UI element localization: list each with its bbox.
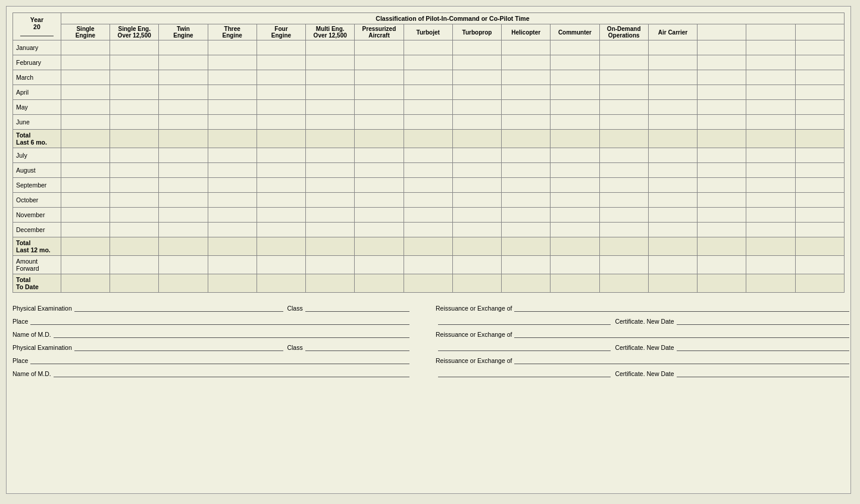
cell-15-helicopter[interactable] bbox=[502, 274, 551, 293]
cell-10-four_engine[interactable] bbox=[257, 193, 305, 208]
cell-2-blank2[interactable] bbox=[746, 70, 795, 85]
cell-3-air_carrier[interactable] bbox=[648, 85, 697, 100]
cell-10-air_carrier[interactable] bbox=[648, 193, 697, 208]
cell-8-communter[interactable] bbox=[551, 163, 599, 178]
cell-2-twin_engine[interactable] bbox=[159, 70, 208, 85]
cell-12-pressurized[interactable] bbox=[355, 223, 404, 237]
cell-6-on_demand[interactable] bbox=[599, 130, 648, 148]
cell-15-three_engine[interactable] bbox=[208, 274, 257, 293]
cell-12-single_engine[interactable] bbox=[61, 223, 110, 237]
cell-11-single_eng_over[interactable] bbox=[110, 208, 159, 223]
cell-13-blank2[interactable] bbox=[746, 237, 795, 256]
cell-13-multi_eng_over[interactable] bbox=[306, 237, 355, 256]
cell-7-blank2[interactable] bbox=[746, 148, 795, 163]
cell-15-single_engine[interactable] bbox=[61, 274, 110, 293]
cell-11-air_carrier[interactable] bbox=[648, 208, 697, 223]
cell-10-helicopter[interactable] bbox=[502, 193, 551, 208]
cell-7-turboprop[interactable] bbox=[452, 148, 501, 163]
cell-12-blank2[interactable] bbox=[746, 223, 795, 237]
cell-1-single_eng_over[interactable] bbox=[110, 55, 159, 70]
cell-8-twin_engine[interactable] bbox=[159, 163, 208, 178]
cell-5-multi_eng_over[interactable] bbox=[306, 115, 355, 130]
cell-15-twin_engine[interactable] bbox=[159, 274, 208, 293]
cell-5-single_eng_over[interactable] bbox=[110, 115, 159, 130]
cell-10-pressurized[interactable] bbox=[355, 193, 404, 208]
cell-8-single_engine[interactable] bbox=[61, 163, 110, 178]
cell-11-blank1[interactable] bbox=[698, 208, 746, 223]
cell-13-on_demand[interactable] bbox=[599, 237, 648, 256]
cell-1-single_engine[interactable] bbox=[61, 55, 110, 70]
cell-3-four_engine[interactable] bbox=[257, 85, 305, 100]
cell-4-blank1[interactable] bbox=[698, 100, 746, 115]
cell-13-single_eng_over[interactable] bbox=[110, 237, 159, 256]
cell-11-four_engine[interactable] bbox=[257, 208, 305, 223]
cell-14-single_eng_over[interactable] bbox=[110, 256, 159, 274]
cell-7-blank1[interactable] bbox=[698, 148, 746, 163]
cell-14-four_engine[interactable] bbox=[257, 256, 305, 274]
cell-9-blank1[interactable] bbox=[698, 178, 746, 193]
cell-5-blank2[interactable] bbox=[746, 115, 795, 130]
cell-9-twin_engine[interactable] bbox=[159, 178, 208, 193]
cell-12-air_carrier[interactable] bbox=[648, 223, 697, 237]
cell-15-blank3[interactable] bbox=[795, 274, 844, 293]
cell-4-turbojet[interactable] bbox=[404, 100, 452, 115]
cell-9-helicopter[interactable] bbox=[502, 178, 551, 193]
cell-7-multi_eng_over[interactable] bbox=[306, 148, 355, 163]
cell-9-four_engine[interactable] bbox=[257, 178, 305, 193]
cell-14-single_engine[interactable] bbox=[61, 256, 110, 274]
cell-12-blank3[interactable] bbox=[795, 223, 844, 237]
cell-12-four_engine[interactable] bbox=[257, 223, 305, 237]
cell-1-helicopter[interactable] bbox=[502, 55, 551, 70]
cell-1-three_engine[interactable] bbox=[208, 55, 257, 70]
cell-8-multi_eng_over[interactable] bbox=[306, 163, 355, 178]
cell-5-pressurized[interactable] bbox=[355, 115, 404, 130]
cell-1-turbojet[interactable] bbox=[404, 55, 452, 70]
cell-9-blank3[interactable] bbox=[795, 178, 844, 193]
cell-7-single_eng_over[interactable] bbox=[110, 148, 159, 163]
cell-11-single_engine[interactable] bbox=[61, 208, 110, 223]
cell-8-turbojet[interactable] bbox=[404, 163, 452, 178]
cell-15-on_demand[interactable] bbox=[599, 274, 648, 293]
cell-10-three_engine[interactable] bbox=[208, 193, 257, 208]
cell-15-air_carrier[interactable] bbox=[648, 274, 697, 293]
cell-3-on_demand[interactable] bbox=[599, 85, 648, 100]
cell-6-turbojet[interactable] bbox=[404, 130, 452, 148]
cell-2-pressurized[interactable] bbox=[355, 70, 404, 85]
cell-14-turboprop[interactable] bbox=[452, 256, 501, 274]
cell-6-four_engine[interactable] bbox=[257, 130, 305, 148]
cell-11-twin_engine[interactable] bbox=[159, 208, 208, 223]
cell-15-single_eng_over[interactable] bbox=[110, 274, 159, 293]
cell-14-blank1[interactable] bbox=[698, 256, 746, 274]
cell-13-blank1[interactable] bbox=[698, 237, 746, 256]
cell-2-blank1[interactable] bbox=[698, 70, 746, 85]
cell-5-twin_engine[interactable] bbox=[159, 115, 208, 130]
cell-10-twin_engine[interactable] bbox=[159, 193, 208, 208]
cell-11-blank2[interactable] bbox=[746, 208, 795, 223]
cell-1-four_engine[interactable] bbox=[257, 55, 305, 70]
cell-9-communter[interactable] bbox=[551, 178, 599, 193]
cell-13-single_engine[interactable] bbox=[61, 237, 110, 256]
cell-2-three_engine[interactable] bbox=[208, 70, 257, 85]
cell-4-turboprop[interactable] bbox=[452, 100, 501, 115]
cell-10-blank2[interactable] bbox=[746, 193, 795, 208]
cell-6-pressurized[interactable] bbox=[355, 130, 404, 148]
cell-0-communter[interactable] bbox=[551, 40, 599, 55]
cell-4-single_engine[interactable] bbox=[61, 100, 110, 115]
cell-8-blank1[interactable] bbox=[698, 163, 746, 178]
cell-3-blank1[interactable] bbox=[698, 85, 746, 100]
cell-6-air_carrier[interactable] bbox=[648, 130, 697, 148]
cell-11-three_engine[interactable] bbox=[208, 208, 257, 223]
cell-3-blank3[interactable] bbox=[795, 85, 844, 100]
cell-3-communter[interactable] bbox=[551, 85, 599, 100]
cell-4-twin_engine[interactable] bbox=[159, 100, 208, 115]
cell-11-helicopter[interactable] bbox=[502, 208, 551, 223]
cell-6-turboprop[interactable] bbox=[452, 130, 501, 148]
cell-7-helicopter[interactable] bbox=[502, 148, 551, 163]
cell-3-turbojet[interactable] bbox=[404, 85, 452, 100]
cell-1-on_demand[interactable] bbox=[599, 55, 648, 70]
cell-2-single_engine[interactable] bbox=[61, 70, 110, 85]
cell-7-turbojet[interactable] bbox=[404, 148, 452, 163]
cell-2-turbojet[interactable] bbox=[404, 70, 452, 85]
cell-1-blank2[interactable] bbox=[746, 55, 795, 70]
cell-5-turboprop[interactable] bbox=[452, 115, 501, 130]
